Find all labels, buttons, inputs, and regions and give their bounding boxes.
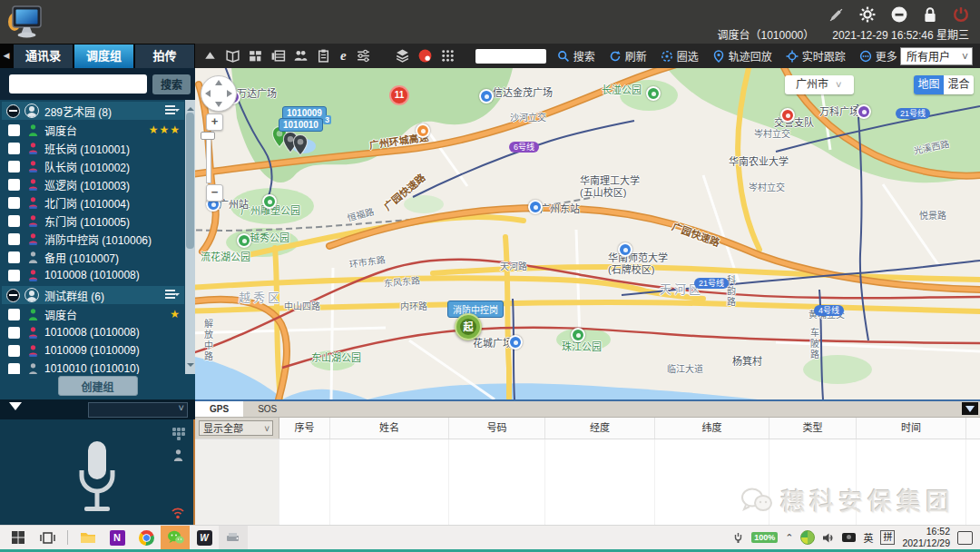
collapse-sidebar-arrow-icon[interactable]: ◀ [0, 44, 13, 68]
map-search-input[interactable] [475, 49, 546, 64]
contact-item[interactable]: 调度台 ★ [0, 305, 195, 323]
hidden-icons-chevron[interactable]: ⌃ [785, 532, 793, 544]
tab-dispatch-group[interactable]: 调度组 [74, 44, 133, 68]
column-header[interactable]: 纬度 [655, 418, 769, 439]
contact-item[interactable]: 班长岗 (1010001) [0, 139, 195, 157]
device-pin-dark[interactable] [292, 134, 309, 156]
contact-item[interactable]: 巡逻岗 (1010003) [0, 175, 195, 193]
poi-icon[interactable] [780, 108, 795, 123]
group-header[interactable]: 289艺术园 (8) [2, 102, 184, 120]
notification-center-icon[interactable] [957, 531, 973, 545]
tab-sos[interactable]: SOS [243, 401, 291, 417]
zoom-slider-knob[interactable] [201, 132, 215, 140]
contact-item[interactable]: 队长岗 (1010002) [0, 157, 195, 175]
microphone-icon[interactable] [75, 439, 119, 519]
contact-checkbox[interactable] [8, 197, 20, 209]
poi-icon[interactable] [646, 86, 661, 101]
map-toolbar-button[interactable]: 轨迹回放 [712, 48, 772, 64]
panel-collapse-button[interactable] [962, 402, 978, 415]
column-header[interactable]: 时间 [857, 418, 966, 439]
contact-checkbox[interactable] [8, 270, 20, 281]
contact-item[interactable]: 1010008 (1010008) [0, 323, 195, 341]
contact-item[interactable]: 消防中控岗 (1010006) [0, 230, 195, 248]
contact-checkbox[interactable] [8, 161, 20, 172]
contact-item[interactable]: 北门岗 (1010004) [0, 193, 195, 212]
layers-icon[interactable] [395, 48, 410, 64]
collapse-group-icon[interactable] [6, 289, 20, 302]
poi-icon[interactable] [416, 123, 430, 138]
user-filter-select[interactable]: 所有用户 [900, 47, 973, 65]
contact-checkbox[interactable] [8, 179, 20, 191]
show-all-dropdown[interactable]: 显示全部 [199, 420, 273, 436]
onenote-button[interactable]: N [103, 526, 132, 549]
start-button[interactable] [4, 526, 33, 549]
poi-icon[interactable] [571, 328, 585, 342]
member-icon[interactable] [172, 448, 185, 462]
keypad-icon[interactable] [172, 427, 185, 440]
zoom-in-button[interactable]: + [206, 113, 223, 131]
clipboard-icon[interactable] [316, 48, 331, 64]
tab-contacts[interactable]: 通讯录 [14, 44, 73, 68]
ptt-channel-select[interactable] [88, 402, 188, 418]
poi-icon[interactable] [479, 89, 494, 104]
column-header[interactable]: 姓名 [330, 418, 449, 439]
column-header[interactable]: 类型 [769, 418, 857, 439]
map-canvas[interactable]: 万达广场信达金茂广场沙河立交长湴公园广州环城高速恒福路广州雕塑公园越秀公园广州站… [195, 68, 980, 399]
tab-photo-upload[interactable]: 拍传 [135, 44, 194, 68]
column-header[interactable]: 经度 [545, 418, 655, 439]
contact-checkbox[interactable] [8, 345, 20, 357]
zoom-out-button[interactable]: − [206, 184, 223, 202]
cluster-marker[interactable]: 11 [389, 85, 409, 105]
column-header[interactable]: 序号 [279, 418, 330, 439]
list-scrollbar[interactable] [185, 100, 195, 374]
tab-gps[interactable]: GPS [195, 401, 243, 417]
ie-browser-icon[interactable]: e [340, 48, 347, 64]
battery-status[interactable]: 100% [751, 532, 778, 543]
poi-icon[interactable] [618, 242, 632, 257]
plug-icon[interactable] [732, 532, 744, 544]
chrome-button[interactable] [132, 526, 161, 549]
contact-checkbox[interactable] [8, 363, 20, 375]
group-menu-icon[interactable] [165, 290, 180, 301]
map-toolbar-button[interactable]: 圈选 [661, 48, 699, 64]
contact-item[interactable]: 调度台 ★★★ [0, 121, 195, 139]
contact-item[interactable]: 1010009 (1010009) [0, 341, 195, 360]
map-toolbar-button[interactable]: 实时跟踪 [786, 48, 846, 64]
power-icon[interactable] [953, 6, 969, 23]
pen-disabled-icon[interactable] [828, 7, 844, 23]
collapse-group-icon[interactable] [6, 104, 20, 118]
map-toolbar-button[interactable]: 更多 [859, 48, 897, 64]
collapse-toolbar-icon[interactable] [202, 48, 218, 64]
settings-gear-icon[interactable] [859, 6, 876, 23]
security-360-icon[interactable] [800, 530, 815, 545]
contact-checkbox[interactable] [8, 124, 20, 136]
contact-item[interactable]: 1010010 (1010010) [0, 360, 195, 374]
poi-icon[interactable] [262, 194, 277, 209]
device-tag[interactable]: 1010010 3 [279, 118, 323, 132]
taskbar-clock[interactable]: 16:52 2021/12/29 [902, 526, 950, 549]
chat-notification-icon[interactable] [417, 48, 433, 64]
layer-map-button[interactable]: 地图 [914, 75, 944, 94]
apps-grid-icon[interactable] [440, 48, 456, 64]
users-icon[interactable] [293, 48, 309, 64]
expand-panel-icon[interactable] [9, 402, 22, 417]
contact-checkbox[interactable] [8, 233, 20, 245]
city-selector[interactable]: 广州市 [785, 75, 854, 94]
sidebar-search-button[interactable]: 搜索 [152, 74, 191, 94]
contact-checkbox[interactable] [8, 327, 20, 339]
file-explorer-button[interactable] [74, 526, 103, 549]
zoom-slider-track[interactable] [206, 133, 211, 183]
ime-pinyin-mode[interactable]: 拼 [880, 530, 895, 545]
lock-icon[interactable] [923, 6, 937, 23]
contact-item[interactable]: 1010008 (1010008) [0, 266, 195, 284]
sidebar-search-input[interactable] [9, 74, 147, 94]
wps-button[interactable]: W [190, 526, 219, 549]
column-header[interactable]: 号码 [449, 418, 545, 439]
contact-item[interactable]: 东门岗 (1010005) [0, 212, 195, 230]
poi-icon[interactable] [857, 104, 871, 119]
map-pan-compass[interactable] [201, 75, 237, 112]
wechat-button[interactable] [161, 526, 190, 549]
group-menu-icon[interactable] [165, 105, 180, 116]
filter-sliders-icon[interactable] [356, 48, 371, 64]
poi-icon[interactable] [237, 233, 251, 248]
